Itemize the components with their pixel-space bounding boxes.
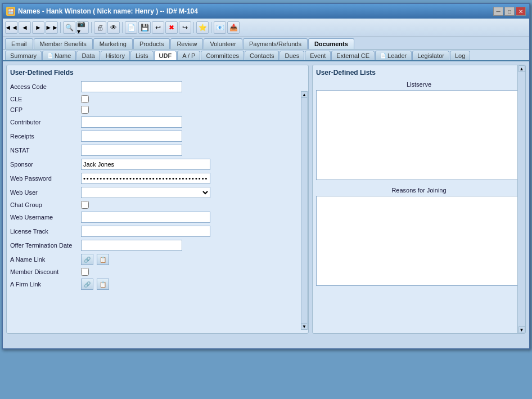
field-row-cfp: CFP <box>10 106 303 114</box>
tab-ap[interactable]: A / P <box>177 51 200 60</box>
tab-udf[interactable]: UDF <box>154 51 177 60</box>
tab-committees[interactable]: Committees <box>201 51 244 60</box>
input-web-username[interactable] <box>81 212 210 223</box>
email-button[interactable]: 📧 <box>214 21 226 34</box>
main-window: 🪟 Names - Hank Winston ( Nick name: Henr… <box>2 3 530 349</box>
new-button[interactable]: 📄 <box>125 21 137 34</box>
redo-button[interactable]: ↪ <box>179 21 191 34</box>
field-row-receipts: Receipts <box>10 131 303 142</box>
tab-review[interactable]: Review <box>170 38 203 49</box>
tab-dues[interactable]: Dues <box>279 51 304 60</box>
input-contributor[interactable] <box>81 116 182 128</box>
field-row-access-code: Access Code <box>10 81 303 92</box>
listserve-list[interactable] <box>316 90 522 180</box>
tab-products[interactable]: Products <box>133 38 170 49</box>
tab-name-wrapper[interactable]: 📄Name <box>42 51 76 60</box>
right-panel: User-Defined Lists Listserve Reasons for… <box>312 65 526 334</box>
nav-first-button[interactable]: ◄◄ <box>5 21 17 34</box>
field-row-web-username: Web Username <box>10 212 303 223</box>
tab-event[interactable]: Event <box>305 51 331 60</box>
tab-marketing[interactable]: Marketing <box>93 38 133 49</box>
select-web-user[interactable] <box>81 187 210 198</box>
bookmark-button[interactable]: ⭐ <box>196 21 209 34</box>
maximize-button[interactable]: □ <box>504 7 515 16</box>
input-sponsor[interactable] <box>81 159 210 170</box>
checkbox-cle[interactable] <box>81 95 89 103</box>
undo-button[interactable]: ↩ <box>152 21 164 34</box>
scroll-down-btn[interactable]: ▼ <box>301 323 308 330</box>
camera-button[interactable]: 📷▾ <box>76 21 89 34</box>
input-access-code[interactable] <box>81 81 182 92</box>
tab-legislator[interactable]: Legislator <box>412 51 449 60</box>
fields-container[interactable]: Access Code CLE CFP Contributor <box>10 81 305 329</box>
label-cfp: CFP <box>10 106 78 113</box>
inbox-button[interactable]: 📥 <box>227 21 240 34</box>
right-scroll-up[interactable]: ▲ <box>519 65 525 72</box>
label-nstat: NSTAT <box>10 147 78 154</box>
tab-contacts[interactable]: Contacts <box>245 51 279 60</box>
left-panel: User-Defined Fields Access Code CLE CFP <box>6 65 309 334</box>
label-web-username: Web Username <box>10 214 78 221</box>
a-name-link-btn1[interactable]: 🔗 <box>81 254 93 265</box>
nav-prev-button[interactable]: ◄ <box>19 21 31 34</box>
separator-1 <box>60 22 61 33</box>
a-firm-link-btn2[interactable]: 📋 <box>97 279 109 290</box>
listserve-label: Listserve <box>316 81 522 88</box>
field-row-contributor: Contributor <box>10 116 303 128</box>
a-name-link-btn2[interactable]: 📋 <box>97 254 109 265</box>
search-button[interactable]: 🔍 <box>63 21 75 34</box>
label-member-discount: Member Discount <box>10 268 78 275</box>
label-web-password: Web Password <box>10 175 78 182</box>
minimize-button[interactable]: ─ <box>493 7 503 16</box>
field-row-license-track: License Track <box>10 226 303 237</box>
label-license-track: License Track <box>10 228 78 235</box>
tab-payments-refunds[interactable]: Payments/Refunds <box>243 38 308 49</box>
close-button[interactable]: ✕ <box>516 7 526 16</box>
label-web-user: Web User <box>10 189 78 196</box>
separator-5 <box>211 22 211 33</box>
field-row-web-user: Web User <box>10 187 303 198</box>
listserve-section: Listserve <box>316 81 522 180</box>
input-receipts[interactable] <box>81 131 182 142</box>
tab-data[interactable]: Data <box>76 51 100 60</box>
bottom-bar <box>3 337 529 348</box>
input-license-track[interactable] <box>81 226 210 237</box>
label-access-code: Access Code <box>10 83 78 90</box>
separator-2 <box>91 22 92 33</box>
input-nstat[interactable] <box>81 145 182 156</box>
content-area: User-Defined Fields Access Code CLE CFP <box>3 61 529 337</box>
tab-email[interactable]: Email <box>5 38 33 49</box>
nav-last-button[interactable]: ►► <box>46 21 58 34</box>
save-button[interactable]: 💾 <box>138 21 151 34</box>
tab-volunteer[interactable]: Volunteer <box>204 38 242 49</box>
tab-leader-wrapper[interactable]: 📄Leader <box>375 51 412 60</box>
tab-history[interactable]: History <box>101 51 130 60</box>
input-web-password[interactable] <box>81 173 210 184</box>
nav-next-button[interactable]: ► <box>32 21 44 34</box>
a-firm-link-btn1[interactable]: 🔗 <box>81 279 93 290</box>
tab-summary[interactable]: Summary <box>5 51 42 60</box>
eye-button[interactable]: 👁 <box>107 21 120 34</box>
checkbox-member-discount[interactable] <box>81 268 89 276</box>
field-row-offer-termination: Offer Termination Date <box>10 240 303 251</box>
tabs-row2: Summary 📄Name Data History Lists UDF A /… <box>3 50 529 61</box>
tab-member-benefits[interactable]: Member Benefits <box>34 38 93 49</box>
delete-button[interactable]: ✖ <box>165 21 178 34</box>
tab-lists[interactable]: Lists <box>130 51 154 60</box>
tab-external-ce[interactable]: External CE <box>331 51 375 60</box>
scroll-up-btn[interactable]: ▲ <box>301 91 308 98</box>
checkbox-cfp[interactable] <box>81 106 89 114</box>
reasons-section: Reasons for Joining <box>316 187 522 286</box>
field-row-nstat: NSTAT <box>10 145 303 156</box>
field-row-a-name-link: A Name Link 🔗 📋 <box>10 254 303 265</box>
tab-name-label: Name <box>55 52 71 59</box>
field-row-cle: CLE <box>10 95 303 103</box>
right-scroll-down[interactable]: ▼ <box>519 326 525 333</box>
checkbox-chat-group[interactable] <box>81 201 89 209</box>
tab-log[interactable]: Log <box>450 51 470 60</box>
tab-documents[interactable]: Documents <box>308 38 354 49</box>
print-button[interactable]: 🖨 <box>94 21 106 34</box>
input-offer-termination[interactable] <box>81 240 182 251</box>
reasons-list[interactable] <box>316 196 522 286</box>
label-receipts: Receipts <box>10 133 78 140</box>
